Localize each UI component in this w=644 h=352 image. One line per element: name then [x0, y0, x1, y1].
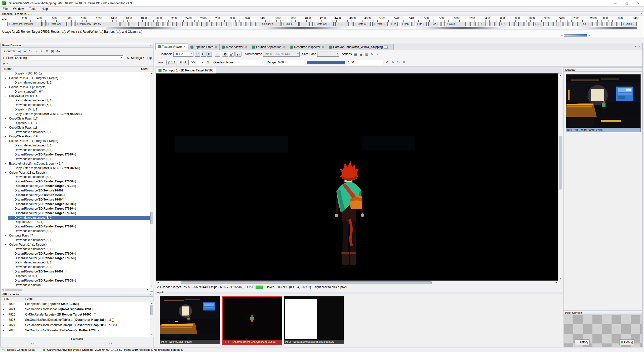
event-row[interactable]: DrawIndexedInstanced(3, 1): [1, 265, 150, 269]
scroll-right-icon[interactable]: ▶: [146, 288, 150, 291]
event-row[interactable]: ▸Colour Pass #11 (2 Targets): [1, 85, 150, 90]
tree-expander-icon[interactable]: ▸: [5, 85, 8, 90]
event-row[interactable]: DrawIndexedInstanced(3, 1): [1, 260, 150, 265]
scroll-right-icon[interactable]: ▶: [554, 281, 558, 284]
tree-expander-icon[interactable]: ▾: [5, 243, 8, 247]
timeline-pass-segment[interactable]: [43, 22, 46, 26]
api-event-row[interactable]: ▸7827SetGraphicsRootDescriptorTable(0, {…: [1, 323, 150, 328]
range-min-input[interactable]: [277, 60, 304, 65]
event-row[interactable]: ▸Colour Pass #10 (1 Targets + Depth): [1, 76, 150, 81]
menu-file[interactable]: File: [1, 7, 10, 11]
timeline-pass-segment[interactable]: [151, 22, 157, 26]
tab-close-icon[interactable]: ✕: [184, 46, 186, 48]
scroll-up-icon[interactable]: ▲: [558, 73, 562, 77]
event-row[interactable]: DiscardResource(2D Render Target 97600⧉): [1, 179, 150, 184]
mip-select[interactable]: Mip 0 - 2560x1440 ▾: [263, 52, 300, 57]
dock-grip[interactable]: ●●●: [106, 343, 113, 345]
event-row[interactable]: DiscardResource(2D Render Target 97626⧉): [1, 211, 150, 216]
fit-button[interactable]: ▣Fit: [178, 60, 187, 65]
time-actions-icon[interactable]: ◔: [33, 50, 38, 53]
timeline-pass-segment[interactable]: [556, 22, 561, 26]
column-divider[interactable]: [140, 67, 140, 71]
menu-window[interactable]: Window: [11, 7, 26, 11]
timeline-pass-segment[interactable]: + Co…: [580, 22, 591, 26]
event-row[interactable]: Dispatch(1, 1, 1): [1, 121, 150, 126]
scroll-thumb[interactable]: [5, 289, 22, 291]
bookmark-star-icon[interactable]: ★: [39, 50, 44, 53]
timeline-pass-segment[interactable]: + Depth-only Pass #5: [76, 22, 119, 26]
tree-expander-icon[interactable]: ▸: [3, 317, 4, 323]
tab-texture-viewer[interactable]: Texture Viewer ✕: [155, 43, 188, 50]
tree-expander-icon[interactable]: ▸: [5, 116, 8, 121]
tab-close-icon[interactable]: ✕: [322, 46, 324, 48]
event-row[interactable]: DrawIndexedInstanced(6, 1): [1, 103, 150, 107]
actions-dropdown-icon[interactable]: ▾: [375, 53, 380, 55]
tree-expander-icon[interactable]: ▸: [3, 301, 4, 307]
menu-help[interactable]: Help: [39, 7, 50, 11]
api-event-row[interactable]: ▸7825OMSetRenderTargets({ 2D Render Targ…: [1, 312, 150, 317]
event-row[interactable]: DrawIndexedInstanced(6, 1): [1, 143, 150, 148]
edit-range-icon[interactable]: ✎: [390, 61, 395, 64]
timeline-pass-segment[interactable]: + Depth-onl…: [47, 22, 67, 26]
one-to-one-button[interactable]: 1:1: [166, 60, 177, 65]
timeline-pass-segment[interactable]: + Colour…: [622, 22, 637, 26]
filter-input[interactable]: [14, 55, 124, 60]
tree-expander-icon[interactable]: ▸: [5, 76, 8, 81]
dock-grip[interactable]: ●●●: [31, 343, 38, 345]
scroll-down-icon[interactable]: ▼: [558, 277, 562, 281]
eid-column-header[interactable]: EID: [4, 297, 9, 301]
tree-expander-icon[interactable]: ▸: [5, 162, 8, 166]
timeline-pass-segment[interactable]: + Depth-onl…: [312, 22, 334, 26]
bookmark-dropdown-icon[interactable]: ▾: [7, 63, 8, 65]
tree-expander-icon[interactable]: ▸: [3, 328, 4, 333]
output-thumbnail-rt0[interactable]: RT0 2D Render Target 97600: [566, 74, 641, 132]
sliceface-select[interactable]: ▾: [317, 52, 339, 57]
event-row[interactable]: DrawIndexedInstan: [1, 283, 150, 288]
scroll-left-icon[interactable]: ◀: [156, 281, 160, 284]
api-rows[interactable]: ▸7823SetPipelineState(Pipeline State 131…: [1, 301, 150, 337]
timeline-pass-blocks[interactable]: + Copy/Clear Pass #1+ Depth-onl…+ Depth-…: [0, 22, 644, 26]
replay-context-label[interactable]: Replay Context: Local: [7, 348, 35, 351]
event-row[interactable]: DrawIndexedInstanced(3, 1): [1, 148, 150, 152]
maximize-button[interactable]: ▢: [621, 0, 632, 7]
tab-pipeline-state[interactable]: Pipeline State ✕: [188, 44, 219, 50]
reset-range-icon[interactable]: ↻: [396, 61, 401, 64]
event-row[interactable]: Dispatch(320, 180, 1): [1, 220, 150, 224]
event-row[interactable]: DrawIndexedInstanced(3, 1): [1, 130, 150, 135]
checkerboard-background-icon[interactable]: [229, 52, 235, 57]
event-row[interactable]: DrawInstanced(4, 64): [1, 90, 150, 94]
settings-help-link[interactable]: Settings & Help: [131, 56, 152, 60]
options-gear-icon[interactable]: ⚙▾: [56, 50, 61, 53]
api-event-row[interactable]: ▸7828SetGraphicsRootConstantBufferView(2…: [1, 328, 150, 333]
event-row[interactable]: DiscardResource(2D Render Target 97599⧉): [1, 152, 150, 157]
close-button[interactable]: ✕: [632, 0, 644, 7]
timeline-pass-segment[interactable]: + Copy/Clear Pass #1: [8, 22, 42, 26]
tab-close-icon[interactable]: ✕: [245, 46, 247, 48]
green-channel-button[interactable]: G: [201, 52, 206, 57]
tree-expander-icon[interactable]: ▸: [5, 126, 8, 130]
tree-expander-icon[interactable]: ▸: [3, 312, 4, 317]
scroll-up-icon[interactable]: ▲: [150, 71, 154, 75]
event-row[interactable]: Dispatch(160, 90, 1): [1, 71, 150, 76]
tab-overflow-icon[interactable]: ···: [384, 46, 388, 49]
tab-launch-application[interactable]: Launch Application ✕: [250, 44, 287, 50]
open-texture-icon[interactable]: ▥: [364, 52, 369, 56]
bookmark-flag-icon[interactable]: ⚑: [3, 62, 5, 65]
event-row[interactable]: ▾Colour Pass #14 (1 Targets): [1, 243, 150, 247]
event-row[interactable]: DiscardResource(2D Render Target 97630⧉): [1, 224, 150, 229]
copy-icon[interactable]: ▦: [353, 52, 358, 56]
scroll-up-icon[interactable]: ▲: [150, 301, 154, 305]
api-inspector-close-icon[interactable]: ✕: [150, 292, 152, 296]
timeline-pass-segment[interactable]: [518, 22, 524, 26]
blue-channel-button[interactable]: B: [207, 52, 212, 57]
goto-icon[interactable]: ➤: [370, 52, 375, 56]
event-row[interactable]: DiscardResource(2D Render Target 97610⧉): [1, 207, 150, 211]
timeline-pass-segment[interactable]: + De…: [390, 22, 398, 26]
event-row[interactable]: Dispatch(10, 1, 1): [1, 107, 150, 112]
filter-dropdown-icon[interactable]: ▾: [121, 56, 123, 59]
alpha-channel-button[interactable]: A: [215, 52, 220, 57]
event-row[interactable]: ▸ExecuteIndirect(maxCount 1, count <1>): [1, 162, 150, 166]
save-range-icon[interactable]: ✉: [401, 61, 407, 64]
api-event-row[interactable]: ▸7824SetGraphicsRootSignature(Root Signa…: [1, 307, 150, 312]
event-row[interactable]: DrawIndexedInstanced(3, 1): [1, 157, 150, 162]
